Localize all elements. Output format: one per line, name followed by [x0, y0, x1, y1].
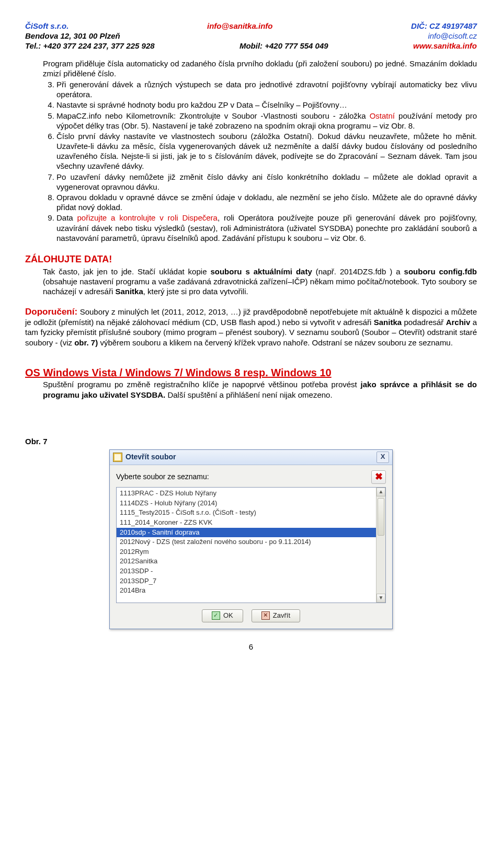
os-para: Spuštění programu po změně registračního…	[25, 379, 477, 399]
email-info: info@sanitka.info	[207, 21, 272, 30]
zal-a: Tak často, jak jen to jde. Stačí ukládat…	[43, 267, 210, 276]
folder-icon	[113, 453, 122, 462]
scroll-thumb[interactable]	[378, 498, 384, 536]
file-list-item[interactable]: 2012Nový - DZS (test založení nového sou…	[117, 537, 385, 547]
company-tel: Tel.: +420 377 224 237, 377 225 928	[25, 41, 155, 50]
file-list-item[interactable]: 2012Rym	[117, 547, 385, 557]
ok-button[interactable]: OK	[202, 609, 243, 622]
file-list-item[interactable]: 111_2014_Koroner - ZZS KVK	[117, 518, 385, 528]
window-close-button[interactable]: X	[376, 452, 389, 463]
os-heading: OS Windows Vista / Windows 7/ Windows 8 …	[25, 367, 332, 378]
ok-check-icon	[212, 611, 220, 620]
file-list-item[interactable]: 2012Sanitka	[117, 557, 385, 566]
email-cisoft: info@cisoft.cz	[428, 31, 477, 40]
list-item-7: Po uzavření dávky nemůžete již změnit čí…	[56, 172, 477, 192]
intro-paragraph: Program přiděluje čísla automaticky od z…	[25, 59, 477, 78]
zal-e: (obsahuje nastavení programu a vaše zadá…	[43, 277, 477, 296]
file-list-item[interactable]: 2013SDP_7	[117, 576, 385, 586]
page-number: 6	[25, 642, 477, 652]
dop-f: obr. 7)	[74, 338, 98, 347]
company-mobil: Mobil: +420 777 554 049	[239, 41, 328, 50]
company-name: ČiSoft s.r.o.	[25, 21, 69, 30]
zalohujte-para: Tak často, jak jen to jde. Stačí ukládat…	[25, 267, 477, 297]
dop-b: Sanitka	[374, 318, 402, 327]
numbered-list: Při generování dávek a různých výstupech…	[25, 79, 477, 243]
dop-c: podadresář	[402, 318, 446, 327]
file-list-item[interactable]: 2014Bra	[117, 586, 385, 596]
list-item-5: MapaCZ.info nebo Kilometrovník: Zkontrol…	[56, 111, 477, 131]
zal-f: Sanitka	[115, 287, 143, 296]
zal-g: , který jste si pro data vytvořili.	[143, 287, 248, 296]
file-list-item[interactable]: 1115_Testy2015 - ČiSoft s.r.o. (ČiSoft -…	[117, 508, 385, 518]
doporuceni-label: Doporučení:	[25, 307, 77, 317]
company-url: www.sanitka.info	[413, 41, 477, 50]
red-x-icon: ✖	[375, 471, 383, 483]
list-item-4: Nastavte si správné hodnoty bodu pro kaž…	[56, 100, 477, 110]
close-button[interactable]: Zavřít	[252, 609, 300, 622]
scroll-down-button[interactable]: ▼	[376, 594, 385, 603]
ok-button-label: OK	[223, 611, 233, 620]
list-item-9: Data pořizujte a kontrolujte v roli Disp…	[56, 213, 477, 243]
list-item-6: Číslo první dávky nastavíte ve vlastnost…	[56, 131, 477, 171]
li9-part-a: Data	[56, 213, 77, 222]
dialog-prompt: Vyberte soubor ze seznamu:	[116, 472, 209, 482]
file-listbox[interactable]: 1113PRAC - DZS Holub Nýřany1114DZS - Hol…	[116, 487, 386, 603]
obr7-label: Obr. 7	[25, 436, 477, 446]
dop-g: výběrem souboru a klikem na červený kříž…	[98, 338, 453, 347]
scroll-up-button[interactable]: ▲	[376, 488, 385, 496]
dialog-titlebar[interactable]: Otevřít soubor X	[110, 450, 392, 465]
zal-c: (např. 2014DZS.fdb ) a	[312, 267, 404, 276]
file-list-item[interactable]: 1114DZS - Holub Nýřany (2014)	[117, 499, 385, 508]
zal-b: souboru s aktuálními daty	[210, 267, 312, 276]
scrollbar[interactable]: ▲ ▼	[376, 488, 385, 603]
open-file-dialog: Otevřít soubor X Vyberte soubor ze sezna…	[109, 449, 393, 629]
dic: DIČ: CZ 49197487	[411, 21, 477, 30]
li9-red: pořizujte a kontrolujte v roli Dispečera	[77, 213, 218, 222]
file-list-item[interactable]: 2013SDP -	[117, 566, 385, 576]
delete-entry-button[interactable]: ✖	[371, 470, 386, 484]
os-c: Další spuštění a přihlášení není nijak o…	[165, 390, 332, 399]
dialog-title: Otevřít soubor	[126, 453, 376, 462]
li5-ostatni: Ostatní	[370, 111, 395, 120]
company-address: Bendova 12, 301 00 Plzeň	[25, 31, 120, 40]
zal-d: souboru config.fdb	[404, 267, 477, 276]
list-item-3: Při generování dávek a různých výstupech…	[56, 79, 477, 99]
zalohujte-heading: ZÁLOHUJTE DATA!	[25, 253, 477, 265]
file-list-item[interactable]: 2010sdp - Sanitní doprava	[117, 528, 385, 538]
dop-d: Archiv	[446, 318, 471, 327]
page-header: ČiSoft s.r.o. info@sanitka.info DIČ: CZ …	[25, 21, 477, 51]
file-list-item[interactable]: 1113PRAC - DZS Holub Nýřany	[117, 489, 385, 499]
close-button-label: Zavřít	[273, 611, 290, 620]
list-item-8: Opravou dokladu v opravné dávce se změní…	[56, 192, 477, 212]
doporuceni-para: Doporučení: Soubory z minulých let (2011…	[25, 306, 477, 348]
os-a: Spuštění programu po změně registračního…	[43, 380, 361, 389]
li5-part-a: MapaCZ.info nebo Kilometrovník: Zkontrol…	[56, 111, 370, 120]
close-door-icon	[261, 611, 270, 620]
